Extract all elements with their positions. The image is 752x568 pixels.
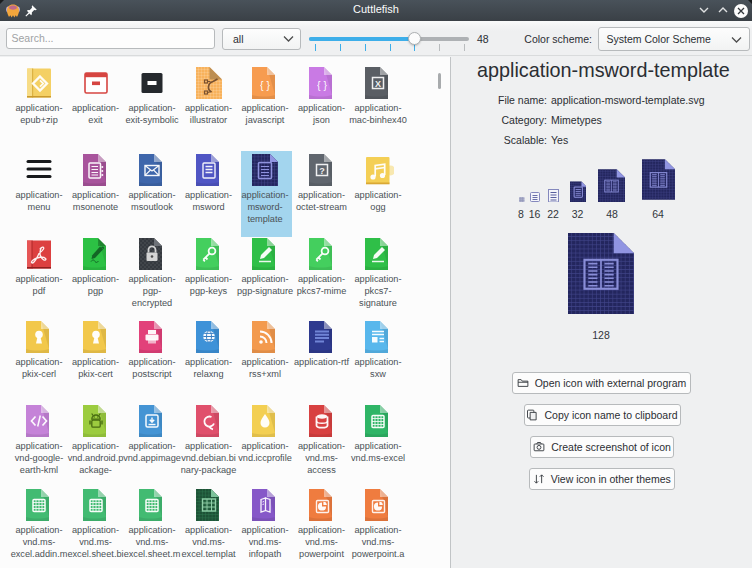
svg-text:{ }: { }: [260, 79, 270, 91]
svg-text:X: X: [375, 79, 381, 89]
svg-text:{ }: { }: [317, 79, 327, 91]
svg-text:?: ?: [319, 165, 325, 175]
